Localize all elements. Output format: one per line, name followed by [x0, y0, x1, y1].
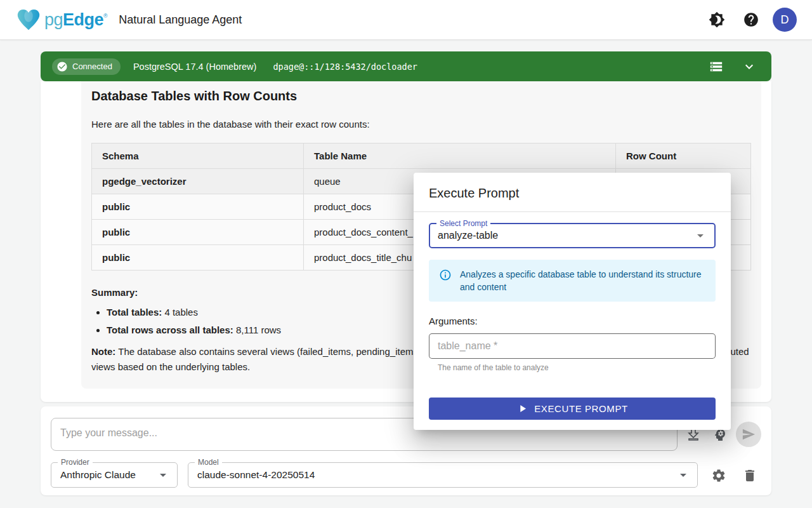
select-prompt-dropdown[interactable]: Select Prompt analyze-table: [429, 223, 716, 248]
collapse-connection-bar-button[interactable]: [738, 56, 760, 77]
provider-label: Provider: [58, 458, 93, 467]
send-icon: [742, 427, 756, 441]
model-label: Model: [195, 458, 222, 467]
dropdown-arrow-icon: [693, 228, 708, 243]
schema-cell: public: [92, 194, 304, 220]
pgedge-logo: pgEdge®: [15, 7, 107, 32]
execute-prompt-dialog: Execute Prompt Select Prompt analyze-tab…: [414, 173, 731, 430]
help-button[interactable]: [738, 7, 764, 32]
model-value: claude-sonnet-4-20250514: [197, 469, 315, 481]
gear-icon: [711, 468, 726, 483]
select-prompt-value: analyze-table: [438, 230, 498, 241]
select-prompt-label: Select Prompt: [436, 219, 490, 229]
schema-cell: public: [92, 245, 304, 271]
schema-cell: pgedge_vectorizer: [92, 169, 304, 194]
column-header-row-count: Row Count: [616, 144, 751, 169]
user-avatar[interactable]: D: [773, 8, 797, 32]
app-header: pgEdge® Natural Language Agent D: [0, 0, 812, 40]
provider-value: Anthropic Claude: [60, 469, 136, 481]
schema-cell: public: [92, 220, 304, 245]
column-header-table-name: Table Name: [304, 144, 616, 169]
connection-status-label: Connected: [72, 62, 112, 71]
column-header-schema: Schema: [92, 144, 304, 169]
model-select[interactable]: Model claude-sonnet-4-20250514: [188, 462, 698, 488]
info-icon: [439, 269, 452, 281]
send-message-button[interactable]: [736, 422, 761, 447]
message-heading: Database Tables with Row Counts: [91, 89, 751, 104]
dark-mode-toggle-button[interactable]: [704, 7, 730, 32]
execute-prompt-button[interactable]: EXECUTE PROMPT: [429, 398, 716, 420]
clear-chat-button[interactable]: [739, 465, 761, 486]
dialog-title: Execute Prompt: [414, 173, 731, 211]
storage-icon: [709, 60, 723, 74]
brand-wordmark: pgEdge®: [44, 10, 107, 30]
table-header-row: Schema Table Name Row Count: [92, 144, 751, 169]
page-title: Natural Language Agent: [119, 13, 242, 27]
play-icon: [516, 403, 528, 415]
chevron-down-icon: [742, 59, 757, 74]
dropdown-arrow-icon: [155, 467, 171, 483]
connection-status-badge: Connected: [52, 58, 121, 75]
arguments-label: Arguments:: [429, 316, 716, 326]
help-icon: [743, 11, 759, 28]
dropdown-arrow-icon: [676, 467, 691, 483]
trash-icon: [742, 468, 757, 483]
table-name-helper-text: The name of the table to analyze: [438, 363, 716, 372]
settings-button[interactable]: [708, 465, 730, 486]
prompt-info-alert: Analyzes a specific database table to un…: [429, 260, 716, 302]
connection-string: dpage@::1/128:5432/docloader: [273, 62, 417, 72]
server-version-label: PostgreSQL 17.4 (Homebrew): [133, 62, 257, 72]
connection-bar: Connected PostgreSQL 17.4 (Homebrew) dpa…: [41, 51, 771, 81]
table-name-input[interactable]: [429, 333, 716, 359]
pgedge-heart-icon: [15, 7, 42, 32]
check-circle-icon: [56, 61, 68, 72]
prompt-description: Analyzes a specific database table to un…: [460, 268, 705, 293]
connections-list-button[interactable]: [705, 56, 727, 77]
dark-mode-icon: [709, 11, 725, 28]
message-intro: Here are all the tables in the database …: [91, 119, 751, 130]
provider-select[interactable]: Provider Anthropic Claude: [51, 462, 178, 488]
